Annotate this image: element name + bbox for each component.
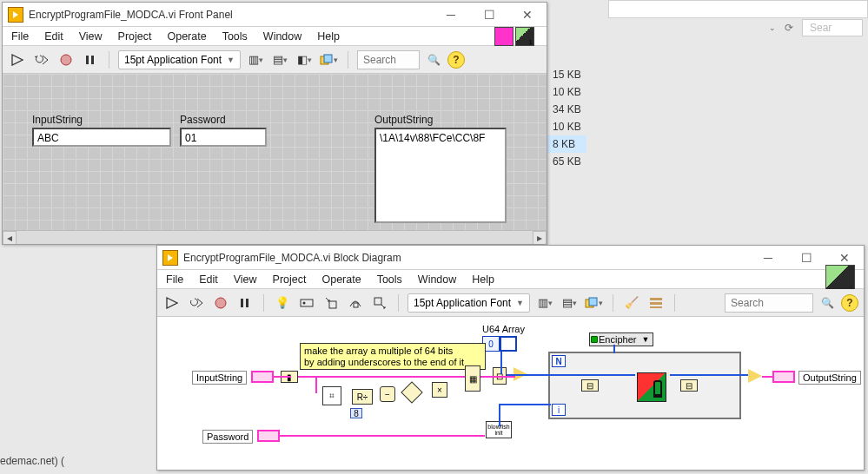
search-icon[interactable]: 🔍 <box>425 54 442 66</box>
toolbar-search[interactable] <box>725 293 813 313</box>
reorder-button[interactable]: ▾ <box>584 293 604 313</box>
menu-project[interactable]: Project <box>118 30 152 43</box>
menu-operate[interactable]: Operate <box>167 30 206 43</box>
highlight-execution-button[interactable]: 💡 <box>273 293 292 313</box>
front-panel-area[interactable]: InputString ABC Password 01 OutputString… <box>3 74 547 244</box>
bd-comment[interactable]: make the array a multiple of 64 bits by … <box>300 343 486 370</box>
menu-tools[interactable]: Tools <box>377 273 402 286</box>
cleanup-diagram-button[interactable]: 🧹 <box>622 293 641 313</box>
context-help-button[interactable]: ? <box>447 51 465 69</box>
run-continuously-button[interactable] <box>32 50 51 69</box>
retain-wire-values-button[interactable] <box>297 293 316 313</box>
password-value[interactable]: 01 <box>180 128 267 147</box>
run-button[interactable] <box>162 293 182 313</box>
file-size: 65 KB <box>547 153 586 170</box>
menu-window[interactable]: Window <box>418 273 456 286</box>
explorer-search-box[interactable]: Sear <box>802 19 863 36</box>
bd-password-terminal[interactable] <box>257 430 280 442</box>
block-diagram-area[interactable]: InputString Password U64 Array 0 Enciphe… <box>157 317 864 470</box>
scroll-left-icon[interactable]: ◂ <box>3 231 17 245</box>
chevron-down-icon: ▼ <box>516 299 524 307</box>
menu-edit[interactable]: Edit <box>199 273 218 286</box>
for-loop[interactable]: N i ⊟ ⊟ <box>548 352 741 419</box>
menu-tools[interactable]: Tools <box>222 30 248 43</box>
menu-file[interactable]: File <box>166 273 183 286</box>
block-diagram-titlebar[interactable]: EncryptProgramFile_MODCA.vi Block Diagra… <box>157 246 864 270</box>
explorer-file-sizes: 15 KB 10 KB 34 KB 10 KB 8 KB 65 KB <box>547 66 586 170</box>
menu-file[interactable]: File <box>11 30 29 43</box>
menu-window[interactable]: Window <box>263 30 301 43</box>
font-combo[interactable]: 15pt Application Font ▼ <box>118 50 241 69</box>
resize-objects-button[interactable]: ◧▾ <box>295 50 314 69</box>
menu-help[interactable]: Help <box>317 30 340 43</box>
step-out-button[interactable] <box>370 293 389 313</box>
menu-operate[interactable]: Operate <box>321 273 361 286</box>
search-icon[interactable]: 🔍 <box>818 297 836 309</box>
horizontal-scrollbar[interactable]: ◂ ▸ <box>3 230 547 244</box>
u64-value[interactable] <box>500 336 517 352</box>
multiply-node[interactable]: × <box>432 382 447 398</box>
ring-value: Encipher <box>599 334 636 345</box>
context-help-button[interactable]: ? <box>841 294 858 312</box>
menu-project[interactable]: Project <box>273 273 307 286</box>
minimize-button[interactable]: ─ <box>432 3 470 27</box>
run-button[interactable] <box>8 50 27 69</box>
flatten-node[interactable]: ⊟ <box>581 379 599 392</box>
vi-icon-corner[interactable] <box>515 27 534 46</box>
menu-edit[interactable]: Edit <box>44 30 63 43</box>
scroll-right-icon[interactable]: ▸ <box>533 231 547 245</box>
inputstring-value[interactable]: ABC <box>32 128 171 147</box>
align-objects-button[interactable]: ▥▾ <box>246 50 265 69</box>
minimize-button[interactable]: ─ <box>749 246 787 270</box>
select-node[interactable] <box>401 381 422 403</box>
align-objects-button[interactable]: ▥▾ <box>535 293 554 313</box>
distribute-objects-button[interactable]: ▤▾ <box>560 293 579 313</box>
toolbar-search[interactable] <box>357 50 420 69</box>
pause-button[interactable] <box>81 50 100 69</box>
pause-button[interactable] <box>235 293 255 313</box>
subtract-node[interactable]: − <box>380 386 395 402</box>
unflatten-node[interactable]: ⊟ <box>680 379 698 392</box>
abort-button[interactable] <box>56 50 76 69</box>
bd-outputstring-terminal[interactable] <box>772 371 795 383</box>
edge-clip-text: edemac.net) ( <box>0 455 64 467</box>
front-panel-titlebar[interactable]: EncryptProgramFile_MODCA.vi Front Panel … <box>3 3 547 27</box>
menu-help[interactable]: Help <box>472 273 494 286</box>
bd-inputstring-terminal[interactable] <box>251 371 274 383</box>
menu-view[interactable]: View <box>234 273 257 286</box>
unbundle-node[interactable] <box>748 369 762 383</box>
explorer-dropdown-caret[interactable]: ⌄ <box>769 23 776 32</box>
search-input[interactable] <box>358 54 419 66</box>
svg-rect-7 <box>246 299 248 307</box>
quotient-remainder-node[interactable]: R÷ <box>352 389 373 405</box>
distribute-objects-button[interactable]: ▤▾ <box>270 50 289 69</box>
u64-array-control[interactable]: 0 <box>482 336 517 352</box>
maximize-button[interactable]: ☐ <box>787 246 825 270</box>
menu-view[interactable]: View <box>79 30 103 43</box>
bd-outputstring-label: OutputString <box>798 371 861 385</box>
step-into-button[interactable] <box>321 293 341 313</box>
encipher-ring[interactable]: Encipher ▼ <box>589 332 653 346</box>
run-continuously-button[interactable] <box>187 293 206 313</box>
explorer-refresh-icon[interactable]: ⟳ <box>785 22 793 34</box>
block-diagram-title: EncryptProgramFile_MODCA.vi Block Diagra… <box>183 252 749 264</box>
search-input[interactable] <box>726 297 812 309</box>
array-size-node[interactable]: ⌗ <box>322 386 341 405</box>
build-array-node[interactable]: ▦ <box>465 365 480 392</box>
step-over-button[interactable] <box>346 293 365 313</box>
password-label: Password <box>180 114 267 126</box>
chevron-down-icon: ▼ <box>227 56 235 64</box>
svg-rect-17 <box>650 306 662 308</box>
connector-pane-icon[interactable] <box>494 27 514 46</box>
reorder-button[interactable]: ▾ <box>319 50 339 69</box>
palette-button[interactable] <box>646 293 666 313</box>
abort-button[interactable] <box>211 293 230 313</box>
front-panel-toolbar: 15pt Application Font ▼ ▥▾ ▤▾ ◧▾ ▾ 🔍 ? <box>3 46 547 74</box>
const-8[interactable]: 8 <box>350 408 362 418</box>
svg-rect-11 <box>354 303 358 307</box>
block-diagram-menubar: File Edit View Project Operate Tools Win… <box>157 270 864 289</box>
maximize-button[interactable]: ☐ <box>470 3 508 27</box>
font-combo[interactable]: 15pt Application Font ▼ <box>407 293 530 313</box>
svg-point-5 <box>215 298 226 308</box>
close-button[interactable]: ✕ <box>508 3 547 27</box>
